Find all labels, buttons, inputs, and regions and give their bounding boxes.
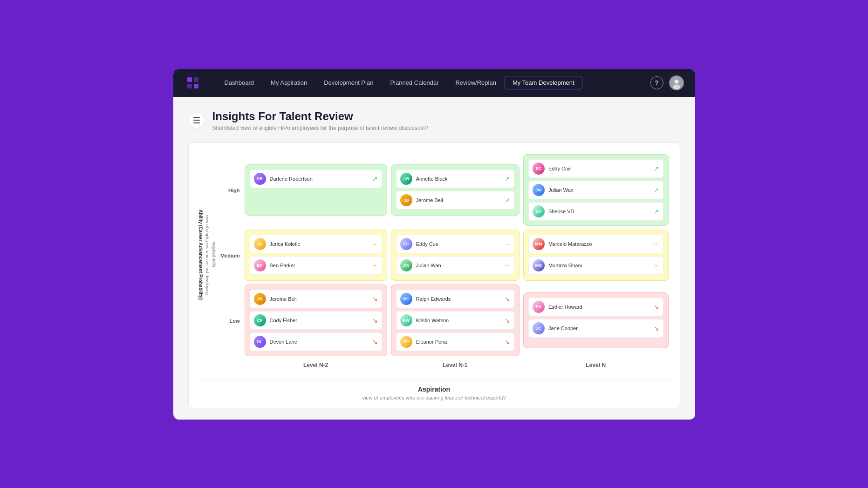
person-card[interactable]: SV Sherise VD ↗ bbox=[528, 202, 663, 221]
person-name: Eleanor Pena bbox=[416, 339, 447, 345]
cell-medium-n: MM Marcelo Matarazzo → MG Murtaza Ghani bbox=[523, 230, 669, 281]
person-info: CF Cody Fisher bbox=[254, 314, 297, 326]
person-info: JW Julian Wan bbox=[533, 184, 574, 196]
person-card[interactable]: KW Kristin Watson ↘ bbox=[396, 311, 514, 330]
nav-item-my-team-development[interactable]: My Team Development bbox=[505, 76, 582, 89]
aspiration-title: Aspiration bbox=[198, 386, 670, 393]
svg-rect-1 bbox=[194, 77, 198, 82]
person-info: SV Sherise VD bbox=[533, 205, 574, 217]
avatar: EP bbox=[400, 336, 412, 348]
trend-up-icon: ↗ bbox=[505, 175, 510, 183]
person-card[interactable]: JB Jerome Bell ↘ bbox=[250, 290, 382, 308]
trend-flat-icon: → bbox=[371, 240, 378, 248]
avatar: EC bbox=[400, 238, 412, 250]
user-avatar-button[interactable] bbox=[669, 75, 684, 90]
person-info: JB Jerome Bell bbox=[254, 293, 297, 305]
person-name: Marcelo Matarazzo bbox=[548, 241, 592, 247]
person-name: Eddy Cue bbox=[416, 241, 438, 247]
y-axis-label: Ability (Career Advancement Probability)… bbox=[198, 210, 216, 300]
person-card[interactable]: EH Esther Howard ↘ bbox=[528, 298, 663, 316]
cell-low-n1: RE Ralph Edwards ↘ KW Kristin Watson bbox=[391, 285, 519, 356]
person-name: Darlene Robertson bbox=[270, 176, 313, 182]
person-info: RE Ralph Edwards bbox=[400, 293, 451, 305]
page-title: Insights For Talent Review bbox=[212, 110, 428, 123]
col-label-n2: Level N-2 bbox=[243, 358, 389, 370]
person-name: Julian Wan bbox=[416, 263, 441, 268]
avatar: RE bbox=[400, 293, 412, 305]
svg-point-6 bbox=[673, 84, 680, 89]
person-card[interactable]: AB Annette Black ↗ bbox=[396, 169, 514, 188]
page-header: Insights For Talent Review Shortlisted v… bbox=[188, 110, 680, 131]
trend-flat-icon: → bbox=[504, 240, 510, 248]
person-name: Sherise VD bbox=[548, 209, 574, 214]
avatar: DR bbox=[254, 173, 266, 185]
avatar: MG bbox=[533, 259, 545, 271]
person-info: DL Devon Lane bbox=[254, 336, 297, 348]
person-card[interactable]: MM Marcelo Matarazzo → bbox=[528, 235, 663, 253]
person-card[interactable]: MG Murtaza Ghani → bbox=[528, 256, 663, 275]
avatar: KW bbox=[400, 314, 412, 326]
nav-item-planned-calendar[interactable]: Planned Calendar bbox=[382, 75, 447, 90]
person-card[interactable]: JW Julian Wan ↗ bbox=[528, 181, 663, 199]
person-info: JC Jane Cooper bbox=[533, 322, 578, 334]
page-content: Insights For Talent Review Shortlisted v… bbox=[173, 97, 695, 420]
person-card[interactable]: JW Julian Wan → bbox=[396, 256, 514, 275]
trend-flat-icon: → bbox=[653, 262, 659, 269]
bottom-section: Aspiration view of employees who are asp… bbox=[198, 380, 670, 400]
trend-down-icon: ↘ bbox=[372, 295, 378, 303]
person-card[interactable]: JB Jerome Bell ↗ bbox=[396, 191, 514, 210]
person-info: EH Esther Howard bbox=[533, 301, 582, 313]
trend-down-icon: ↘ bbox=[372, 338, 378, 346]
trend-up-icon: ↗ bbox=[372, 175, 378, 183]
person-card[interactable]: EP Eleanor Pena ↘ bbox=[396, 332, 514, 351]
trend-down-icon: ↘ bbox=[505, 317, 510, 324]
avatar: DL bbox=[254, 336, 266, 348]
person-card[interactable]: EC Eddy Cue → bbox=[396, 235, 514, 253]
person-card[interactable]: DL Devon Lane ↘ bbox=[250, 332, 382, 351]
person-info: JW Julian Wan bbox=[400, 259, 441, 271]
avatar: SV bbox=[533, 205, 545, 217]
person-name: Julian Wan bbox=[548, 187, 574, 193]
cell-high-n1: AB Annette Black ↗ JB Jerome Bell bbox=[391, 164, 519, 216]
trend-up-icon: ↗ bbox=[654, 165, 659, 172]
avatar: JB bbox=[400, 194, 412, 206]
person-info: EC Eddy Cue bbox=[533, 163, 571, 175]
avatar: JW bbox=[533, 184, 545, 196]
person-info: AB Annette Black bbox=[400, 173, 448, 185]
svg-rect-3 bbox=[194, 84, 198, 88]
person-card[interactable]: JK Jurica Koletic → bbox=[250, 235, 382, 253]
person-card[interactable]: RE Ralph Edwards ↘ bbox=[396, 290, 514, 308]
person-info: MG Murtaza Ghani bbox=[533, 259, 582, 271]
person-info: BP Ben Parker bbox=[254, 259, 295, 271]
avatar: BP bbox=[254, 259, 266, 271]
person-card[interactable]: DR Darlene Robertson ↗ bbox=[250, 169, 382, 188]
col-label-n: Level N bbox=[521, 358, 670, 370]
person-name: Murtaza Ghani bbox=[548, 263, 582, 268]
help-button[interactable]: ? bbox=[650, 76, 663, 89]
avatar: AB bbox=[400, 173, 412, 185]
avatar: JC bbox=[533, 322, 545, 334]
person-card[interactable]: CF Cody Fisher ↘ bbox=[250, 311, 382, 330]
person-card[interactable]: BP Ben Parker → bbox=[250, 256, 382, 275]
nav-item-dashboard[interactable]: Dashboard bbox=[216, 75, 263, 90]
nav-item-development-plan[interactable]: Development Plan bbox=[315, 75, 382, 90]
person-info: KW Kristin Watson bbox=[400, 314, 449, 326]
nav-item-review-replan[interactable]: Review/Replan bbox=[447, 75, 504, 90]
page-title-block: Insights For Talent Review Shortlisted v… bbox=[212, 110, 428, 131]
person-name: Cody Fisher bbox=[270, 318, 297, 323]
cell-medium-n2: JK Jurica Koletic → BP Ben Parker bbox=[245, 230, 387, 281]
person-name: Jurica Koletic bbox=[270, 241, 300, 247]
person-card[interactable]: EC Eddy Cue ↗ bbox=[528, 159, 663, 178]
person-card[interactable]: JC Jane Cooper ↘ bbox=[528, 319, 663, 338]
trend-flat-icon: → bbox=[371, 262, 378, 269]
nav-item-my-aspiration[interactable]: My Aspiration bbox=[262, 75, 315, 90]
cell-high-n: EC Eddy Cue ↗ JW Julian Wan bbox=[523, 154, 669, 226]
person-info: JB Jerome Bell bbox=[400, 194, 443, 206]
avatar: CF bbox=[254, 314, 266, 326]
navbar: Dashboard My Aspiration Development Plan… bbox=[173, 69, 695, 97]
menu-toggle-button[interactable] bbox=[188, 112, 205, 129]
person-name: Esther Howard bbox=[548, 304, 582, 310]
nav-items: Dashboard My Aspiration Development Plan… bbox=[216, 75, 650, 90]
trend-up-icon: ↗ bbox=[654, 208, 659, 215]
trend-down-icon: ↘ bbox=[505, 295, 510, 303]
